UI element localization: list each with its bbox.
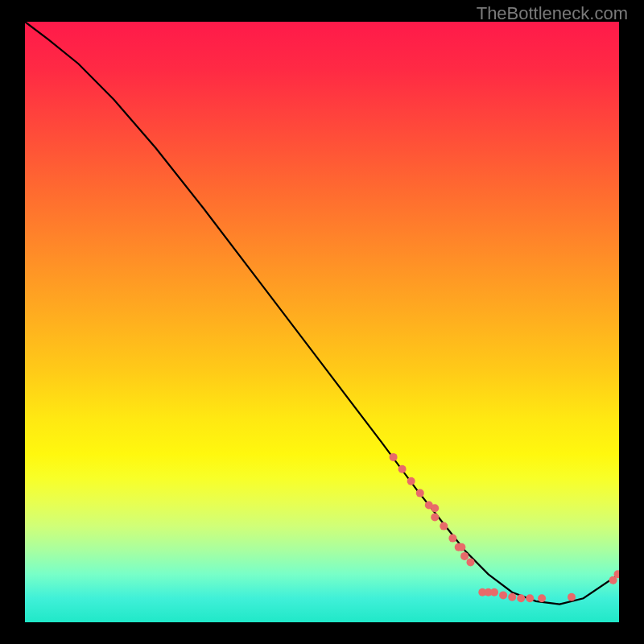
data-marker [526,594,534,602]
data-marker [431,504,439,512]
plot-area [25,22,619,622]
data-marker [517,594,525,602]
curve-path [25,22,619,605]
data-marker [508,593,516,601]
data-marker [568,593,576,601]
curve-svg [25,22,619,622]
data-marker [448,535,456,543]
data-marker [398,465,407,473]
marker-group [390,453,619,602]
data-marker [467,558,475,566]
data-marker [499,591,507,599]
data-marker [390,453,398,461]
data-marker [490,588,498,597]
data-marker [407,477,415,485]
data-marker [440,522,448,530]
data-marker [460,552,469,560]
data-marker [457,543,465,551]
data-marker [431,514,439,522]
watermark-text: TheBottleneck.com [477,3,628,24]
data-marker [416,489,424,497]
data-marker [538,594,546,602]
